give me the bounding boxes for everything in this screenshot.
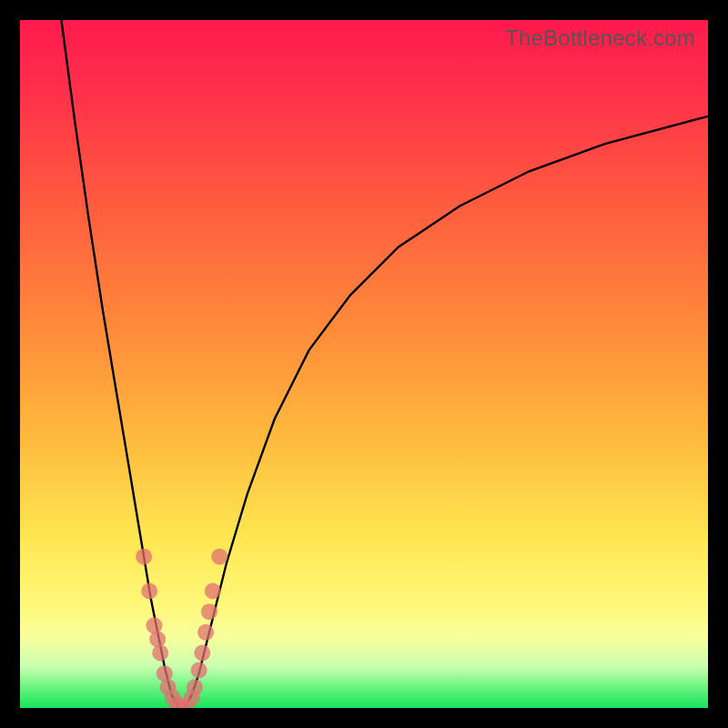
marker-dot — [205, 583, 221, 600]
marker-dot — [191, 662, 207, 678]
marker-dot — [197, 624, 214, 641]
chart-frame: TheBottleneck.com — [0, 0, 728, 728]
marker-dot — [201, 603, 217, 620]
marker-dot — [194, 645, 210, 662]
bottleneck-curve-left — [61, 20, 178, 708]
marker-dot — [157, 665, 173, 682]
marker-dot — [136, 549, 152, 565]
plot-area: TheBottleneck.com — [20, 20, 708, 708]
bottleneck-curve-right — [185, 116, 708, 708]
marker-dot — [211, 549, 228, 565]
marker-dot — [149, 631, 166, 647]
marker-dot — [187, 679, 203, 695]
marker-dot — [141, 583, 157, 600]
marker-dot — [152, 645, 168, 662]
marker-dot — [146, 617, 162, 633]
chart-svg — [20, 20, 708, 708]
marker-dots — [136, 549, 228, 708]
